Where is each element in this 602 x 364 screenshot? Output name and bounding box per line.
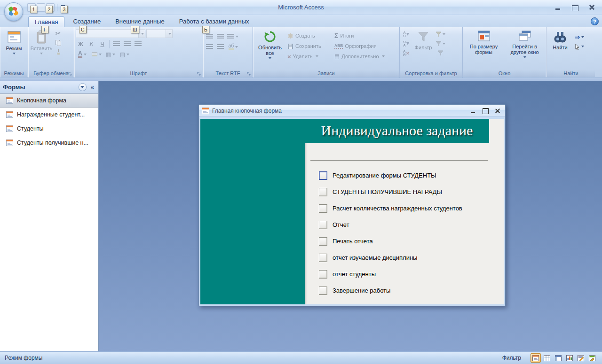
status-filter-indicator[interactable]: Фильтр — [502, 355, 521, 361]
chevron-down-icon — [80, 86, 84, 88]
keytip-tab-create: С — [79, 26, 87, 33]
list-item: отчет студенты — [319, 266, 500, 282]
form-window-icon — [202, 108, 209, 114]
alternate-fill-icon: ▤ — [120, 51, 125, 58]
find-button[interactable]: Найти — [548, 29, 572, 68]
switchboard-titlebar[interactable]: Главная кнопочная форма — [199, 105, 505, 117]
keytip-tab-external-data: Ш — [131, 26, 139, 33]
select-pointer-icon — [575, 44, 580, 50]
tab-database-tools[interactable]: Работа с базами данных — [173, 16, 255, 27]
switchboard-button-awarded-students[interactable] — [319, 188, 327, 196]
switch-windows-button[interactable]: Перейти в другое окно — [506, 29, 544, 68]
minimize-button[interactable] — [553, 4, 562, 11]
close-button[interactable] — [587, 4, 596, 11]
chevron-down-icon — [382, 55, 385, 57]
ribbon-group-richtext: аб Текст RTF — [203, 27, 253, 77]
new-record-icon — [287, 33, 293, 39]
chevron-down-icon — [141, 33, 144, 35]
group-label-records: Записи — [253, 70, 399, 77]
switchboard-heading: Индивидуальное задание — [305, 119, 489, 143]
pivotchart-view-shortcut[interactable] — [564, 353, 575, 363]
switchboard-button-report-students[interactable] — [319, 270, 327, 279]
select-button[interactable] — [572, 42, 586, 51]
find-button-label: Найти — [553, 45, 567, 50]
list-item: СТУДЕНТЫ ПОЛУЧИВШИЕ НАГРАДЫ — [319, 184, 500, 200]
maximize-button[interactable] — [570, 4, 579, 11]
switchboard-button-exit[interactable] — [319, 287, 327, 295]
pivottable-view-icon — [555, 355, 562, 361]
chevron-down-icon — [84, 54, 87, 55]
access-window: Microsoft Access 1 2 3 Г С Ш Б Главна — [0, 0, 602, 364]
layout-view-shortcut[interactable] — [576, 353, 586, 363]
list-item: Редактирование формы СТУДЕНТЫ — [319, 167, 500, 184]
status-bar: Режим формы Фильтр — [0, 351, 602, 364]
chevron-down-icon — [581, 36, 584, 38]
nav-item-students-awards-form[interactable]: Студенты получившие н... — [0, 136, 98, 150]
navigation-menu-button[interactable] — [79, 83, 87, 91]
window-controls — [553, 4, 596, 11]
titlebar: Microsoft Access — [0, 0, 602, 15]
save-record-button: Сохранить — [285, 41, 333, 51]
size-to-fit-form-label: По размеру формы — [467, 44, 501, 55]
gridlines-button: ▦ — [104, 50, 117, 59]
view-shortcut-icons — [531, 353, 597, 363]
help-button[interactable]: ? — [591, 17, 599, 25]
underline-button: Ч — [97, 39, 107, 49]
list-item: Завершение работы — [319, 282, 500, 299]
switch-windows-icon — [518, 30, 531, 42]
nav-item-awarded-students-form[interactable]: Награжденные студент... — [0, 108, 98, 122]
switchboard-button-edit-students[interactable] — [319, 171, 327, 180]
form-object-icon — [6, 139, 13, 146]
refresh-all-label: Обновить все — [256, 45, 284, 56]
view-button[interactable]: Режим — [1, 29, 26, 68]
form-view-shortcut[interactable] — [531, 353, 541, 363]
font-size-combo — [146, 29, 173, 38]
new-record-button: Создать — [285, 31, 333, 41]
selection-filter-button — [436, 30, 445, 39]
size-to-fit-form-button[interactable]: По размеру формы — [465, 29, 503, 68]
child-close-button[interactable] — [493, 107, 502, 115]
nav-item-students-form[interactable]: Студенты — [0, 122, 98, 136]
font-color-icon: А — [78, 51, 82, 58]
collapse-pane-button[interactable]: « — [89, 84, 95, 91]
keytip-qat-2: 2 — [46, 6, 53, 13]
layout-view-icon — [578, 355, 584, 361]
form-object-icon — [6, 97, 13, 104]
pivotchart-view-icon — [566, 355, 573, 361]
design-view-shortcut[interactable] — [587, 353, 597, 363]
switchboard-button-report-disciplines[interactable] — [319, 254, 327, 262]
spelling-icon: АБВ — [334, 44, 343, 49]
align-right-button — [133, 39, 143, 49]
text-direction-button — [226, 32, 239, 41]
chevron-down-icon — [443, 33, 445, 35]
dropdown-arrow-icon — [523, 56, 526, 58]
chevron-down-icon — [168, 33, 171, 35]
child-minimize-button[interactable] — [468, 107, 478, 115]
refresh-all-button[interactable]: Обновить все — [254, 29, 285, 68]
nav-item-switchboard-form[interactable]: Кнопочная форма — [0, 93, 98, 108]
copy-button — [53, 38, 63, 47]
go-to-button[interactable]: ⇒ — [572, 32, 586, 42]
dropdown-arrow-icon — [13, 53, 16, 54]
office-button[interactable] — [4, 2, 23, 21]
qat-button-2[interactable] — [37, 3, 45, 12]
switchboard-window: Главная кнопочная форма Индивидуальное з… — [198, 104, 506, 306]
pivottable-view-shortcut[interactable] — [553, 353, 563, 363]
arrow-down-icon — [406, 33, 409, 36]
copy-icon — [55, 39, 62, 46]
text-highlight-icon: аб — [229, 44, 234, 50]
child-maximize-button[interactable] — [481, 107, 490, 115]
gridlines-icon: ▦ — [106, 51, 111, 58]
chevron-down-icon — [316, 55, 318, 57]
align-center-icon — [124, 41, 131, 46]
increase-indent-button — [215, 32, 225, 41]
more-records-button: ▤ Дополнительно — [333, 51, 394, 62]
datasheet-view-shortcut[interactable] — [542, 353, 552, 363]
switchboard-side-panel — [200, 119, 305, 304]
switchboard-button-print-report[interactable] — [319, 237, 327, 246]
switchboard-button-report[interactable] — [319, 221, 327, 229]
tab-external-data[interactable]: Внешние данные — [109, 16, 171, 27]
text-highlight-button: аб — [226, 42, 240, 52]
switchboard-button-count-awarded[interactable] — [319, 204, 327, 213]
tab-create[interactable]: Создание — [67, 16, 107, 27]
